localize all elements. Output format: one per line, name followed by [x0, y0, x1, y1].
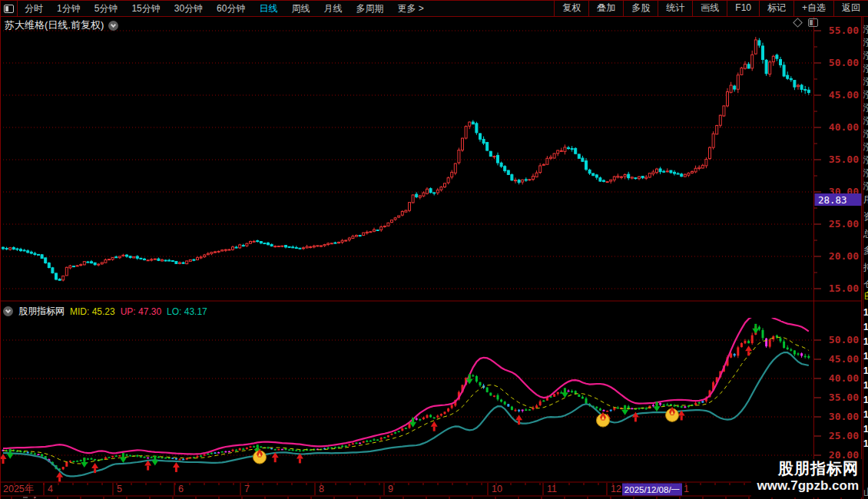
svg-text:15.00: 15.00	[829, 283, 859, 294]
edge-glyph: 涨	[863, 36, 868, 49]
svg-text:25.00: 25.00	[829, 430, 859, 441]
indicator-collapse-icon[interactable]	[3, 306, 13, 316]
svg-text:35.00: 35.00	[829, 154, 859, 165]
page-title: 苏大维格(日线.前复权)	[5, 18, 104, 32]
panel-maximize-icon[interactable]	[808, 18, 818, 27]
edge-glyph: 1	[863, 409, 868, 420]
svg-text:28.83: 28.83	[818, 194, 847, 206]
toolbar-item[interactable]: 1分钟	[50, 2, 88, 15]
toolbar-item[interactable]: 更多 >	[390, 2, 430, 15]
svg-text:40.00: 40.00	[829, 372, 859, 384]
toolbar-item[interactable]: 复权	[554, 0, 588, 17]
diamond-mark-icon[interactable]	[793, 18, 803, 28]
edge-glyph: 自	[863, 289, 868, 302]
svg-text:2025/12/08/一: 2025/12/08/一	[624, 485, 680, 494]
edge-glyph: 资	[863, 210, 868, 223]
edge-glyph: 1	[863, 351, 868, 362]
edge-glyph: 涨	[863, 49, 868, 62]
tools-menu: 复权叠加多股统计画线F10标记+自选返回	[554, 0, 868, 17]
main-panel-corner-icons	[794, 18, 818, 27]
svg-text:45.00: 45.00	[829, 353, 859, 365]
svg-text:7: 7	[244, 484, 250, 494]
toolbar-item[interactable]: 多周期	[349, 2, 390, 15]
svg-text:12: 12	[611, 484, 621, 494]
toolbar-item[interactable]: 叠加	[588, 0, 623, 17]
svg-text:25.00: 25.00	[829, 218, 859, 230]
edge-glyph: 涨	[863, 101, 868, 114]
toolbar-item[interactable]: 返回	[833, 0, 868, 17]
chart-canvas[interactable]: 55.0050.0045.0040.0035.0030.0025.0020.00…	[0, 0, 868, 499]
watermark-site-url: www.7gpzb.com	[751, 478, 859, 494]
toolbar-item[interactable]: 30分钟	[167, 2, 210, 15]
edge-glyph: 1	[863, 438, 868, 449]
svg-text:1: 1	[684, 484, 689, 494]
edge-glyph: 1	[863, 365, 868, 376]
panel-layout-button[interactable]	[0, 0, 18, 17]
edge-glyph: 涨	[863, 140, 868, 154]
edge-glyph: 1	[863, 307, 868, 318]
indicator-up-value: UP: 47.30	[121, 306, 161, 317]
toolbar-item[interactable]: 60分钟	[210, 2, 252, 15]
svg-text:2025年: 2025年	[3, 484, 34, 494]
svg-text:50.00: 50.00	[829, 57, 859, 68]
quote-list-edge-strip[interactable]: 涨涨涨涨涨涨涨涨涨涨涨涨涨用资总多持仓自1111111111山	[863, 17, 868, 499]
toolbar-item[interactable]: 标记	[759, 0, 793, 17]
svg-text:6: 6	[178, 484, 184, 494]
top-toolbar: 分时1分钟5分钟15分钟30分钟60分钟日线周线月线多周期更多 > 复权叠加多股…	[0, 0, 868, 17]
svg-text:9: 9	[388, 484, 393, 494]
split-layout-icon	[4, 5, 14, 13]
toolbar-item[interactable]: 月线	[316, 2, 349, 15]
svg-text:50.00: 50.00	[829, 334, 859, 345]
svg-text:10: 10	[492, 484, 502, 494]
edge-glyph: 涨	[863, 75, 868, 88]
toolbar-item[interactable]: 周线	[284, 2, 316, 15]
chart-title-row[interactable]: 苏大维格(日线.前复权)	[5, 18, 118, 32]
svg-text:20.00: 20.00	[829, 250, 859, 262]
period-menu: 分时1分钟5分钟15分钟30分钟60分钟日线周线月线多周期更多 >	[18, 0, 431, 17]
edge-glyph: 总	[863, 227, 868, 240]
edge-glyph: 持	[863, 261, 868, 274]
indicator-name: 股朋指标网	[18, 305, 65, 318]
edge-glyph: 1	[863, 380, 868, 391]
edge-glyph: 1	[863, 395, 868, 405]
edge-glyph: 1	[863, 336, 868, 347]
edge-glyph: 涨	[863, 114, 868, 127]
edge-glyph: 涨	[863, 180, 868, 193]
toolbar-item[interactable]: F10	[727, 0, 759, 17]
edge-glyph: 涨	[863, 127, 868, 140]
edge-glyph: 1	[863, 322, 868, 332]
edge-glyph: 用	[863, 193, 868, 207]
watermark: 股朋指标网 www.7gpzb.com	[751, 459, 862, 497]
svg-text:4: 4	[48, 484, 53, 494]
toolbar-item[interactable]: 日线	[252, 2, 284, 15]
toolbar-item[interactable]: 多股	[623, 0, 658, 17]
svg-text:55.00: 55.00	[829, 25, 859, 36]
edge-glyph: 涨	[863, 62, 868, 75]
toolbar-item[interactable]: 分时	[18, 2, 50, 15]
edge-glyph: 1	[863, 424, 868, 435]
indicator-header: 股朋指标网 MID: 45.23 UP: 47.30 LO: 43.17	[3, 305, 207, 318]
svg-text:5: 5	[117, 484, 122, 494]
edge-glyph: 多	[863, 244, 868, 257]
edge-glyph: 涨	[863, 154, 868, 167]
svg-text:35.00: 35.00	[829, 392, 859, 403]
indicator-lo-value: LO: 43.17	[167, 306, 207, 317]
chevron-down-icon[interactable]	[108, 21, 118, 31]
svg-text:8: 8	[319, 484, 324, 494]
svg-text:30.00: 30.00	[829, 411, 859, 422]
toolbar-item[interactable]: 画线	[692, 0, 727, 17]
stock-app-window: 分时1分钟5分钟15分钟30分钟60分钟日线周线月线多周期更多 > 复权叠加多股…	[0, 0, 868, 499]
edge-glyph: 涨	[863, 23, 868, 36]
toolbar-item[interactable]: 5分钟	[88, 2, 125, 15]
edge-glyph: 山	[863, 486, 868, 499]
edge-glyph: 涨	[863, 167, 868, 180]
toolbar-item[interactable]: 统计	[658, 0, 692, 17]
edge-glyph: 涨	[863, 88, 868, 101]
svg-text:11: 11	[547, 484, 557, 494]
svg-text:40.00: 40.00	[829, 121, 859, 133]
toolbar-item[interactable]: +自选	[793, 0, 833, 17]
svg-text:45.00: 45.00	[829, 89, 859, 101]
indicator-mid-value: MID: 45.23	[70, 306, 115, 317]
toolbar-item[interactable]: 15分钟	[124, 2, 167, 15]
watermark-site-name: 股朋指标网	[751, 459, 859, 478]
